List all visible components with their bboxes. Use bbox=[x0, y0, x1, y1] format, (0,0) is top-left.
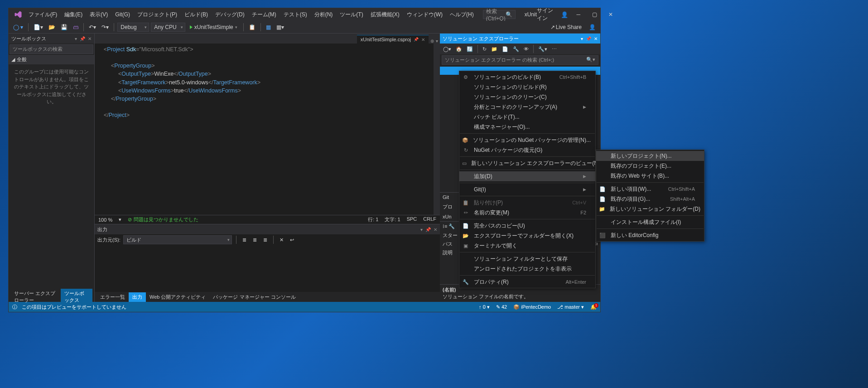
se-more-icon[interactable]: ⋯ bbox=[550, 45, 558, 53]
se-back-icon[interactable]: ◯▾ bbox=[442, 45, 453, 53]
new-file-button[interactable]: 📄▾ bbox=[32, 23, 45, 31]
status-edits[interactable]: ✎ 42 bbox=[496, 304, 507, 310]
toolbox-section-general[interactable]: ◢ 全般 bbox=[9, 55, 94, 64]
ctx-hide-unloaded[interactable]: アンロードされたプロジェクトを非表示 bbox=[459, 264, 595, 274]
se-sync-icon[interactable]: 🔄 bbox=[465, 45, 474, 53]
sub-new-item[interactable]: 📄新しい項目(W)...Ctrl+Shift+A bbox=[596, 184, 704, 194]
toolbar-icon-3[interactable]: ▦▾ bbox=[275, 23, 286, 31]
user-icon[interactable]: 👤 bbox=[561, 11, 568, 18]
menu-edit[interactable]: 編集(E) bbox=[61, 9, 86, 20]
feedback-icon[interactable]: 👤 bbox=[587, 23, 598, 31]
se-showall-icon[interactable]: 📄 bbox=[501, 45, 510, 53]
ctx-code-cleanup[interactable]: 分析とコードのクリーンアップ(A)▶ bbox=[459, 102, 595, 112]
window-minimize-button[interactable]: ─ bbox=[573, 8, 584, 21]
sub-existing-web[interactable]: 既存の Web サイト(B)... bbox=[596, 171, 704, 181]
se-home-icon[interactable]: 🏠 bbox=[454, 45, 463, 53]
menu-test[interactable]: テスト(S) bbox=[280, 9, 311, 20]
ctx-paste[interactable]: 📋貼り付け(P)Ctrl+V bbox=[459, 198, 595, 208]
ctx-properties[interactable]: 🔧プロパティ(R)Alt+Enter bbox=[459, 277, 595, 287]
close-icon[interactable]: ✕ bbox=[434, 227, 437, 232]
tab-pin-icon[interactable]: 📌 bbox=[414, 37, 419, 42]
output-source-combo[interactable]: ビルド bbox=[123, 235, 232, 244]
dropdown-icon[interactable]: ▾ bbox=[75, 36, 77, 41]
ctx-open-terminal[interactable]: ▣ターミナルで開く bbox=[459, 241, 595, 251]
ctx-config-mgr[interactable]: 構成マネージャー(O)... bbox=[459, 122, 595, 132]
liveshare-button[interactable]: ↗ Live Share bbox=[549, 23, 583, 31]
tab-output[interactable]: 出力 bbox=[129, 292, 146, 302]
menu-debug[interactable]: デバッグ(D) bbox=[212, 9, 248, 20]
output-btn1[interactable]: ≣ bbox=[241, 236, 248, 244]
tab-close-icon[interactable]: ✕ bbox=[421, 37, 425, 42]
toolbar-icon-2[interactable]: ▦ bbox=[264, 23, 273, 31]
output-clear-button[interactable]: ✕ bbox=[278, 236, 285, 244]
menu-git[interactable]: Git(G) bbox=[111, 10, 134, 19]
toolbar-icon-1[interactable]: 📋 bbox=[247, 23, 257, 31]
window-close-button[interactable]: ✕ bbox=[605, 8, 617, 21]
se-wrench-icon[interactable]: 🔧▾ bbox=[537, 45, 549, 53]
code-editor[interactable]: <Project Sdk="Microsoft.NET.Sdk"> <Prope… bbox=[95, 44, 440, 215]
sub-existing-project[interactable]: 既存のプロジェクト(E)... bbox=[596, 161, 704, 171]
close-icon[interactable]: ✕ bbox=[594, 36, 598, 41]
menu-analyze[interactable]: 分析(N) bbox=[311, 9, 337, 20]
sub-new-project[interactable]: 新しいプロジェクト(N)... bbox=[596, 151, 704, 161]
solution-explorer-search[interactable]: ソリューション エクスプローラー の検索 (Ctrl+;) 🔍▾ bbox=[442, 55, 598, 65]
sub-existing-item[interactable]: 📄既存の項目(G)...Shift+Alt+A bbox=[596, 194, 704, 204]
ctx-save-filter[interactable]: ソリューション フィルターとして保存 bbox=[459, 254, 595, 264]
tab-dropdown-icon[interactable]: ▾ bbox=[436, 39, 438, 44]
configuration-combo[interactable]: Debug bbox=[117, 23, 149, 32]
output-btn2[interactable]: ≣ bbox=[251, 236, 259, 244]
menu-help[interactable]: ヘルプ(H) bbox=[446, 9, 477, 20]
se-properties-icon[interactable]: 🔧 bbox=[511, 45, 521, 53]
platform-combo[interactable]: Any CPU bbox=[151, 23, 185, 32]
tab-error-list[interactable]: エラー一覧 bbox=[96, 292, 129, 302]
output-wrap-button[interactable]: ↩ bbox=[288, 236, 296, 244]
pin-icon[interactable]: 📌 bbox=[80, 36, 85, 41]
menu-file[interactable]: ファイル(F) bbox=[25, 9, 61, 20]
indent-mode[interactable]: SPC bbox=[407, 216, 417, 223]
menu-extensions[interactable]: 拡張機能(X) bbox=[367, 9, 403, 20]
tab-toolbox[interactable]: ツールボックス bbox=[61, 289, 92, 305]
ctx-git[interactable]: Git(I)▶ bbox=[459, 184, 595, 194]
se-collapse-icon[interactable]: 📁 bbox=[490, 45, 499, 53]
menu-build[interactable]: ビルド(B) bbox=[181, 9, 212, 20]
menu-tools[interactable]: ツール(T) bbox=[336, 9, 366, 20]
document-tab[interactable]: xUnitTestSimple.csproj 📌 ✕ bbox=[357, 35, 429, 44]
se-preview-icon[interactable]: 👁 bbox=[522, 45, 530, 53]
undo-button[interactable]: ↶▾ bbox=[87, 23, 98, 31]
nav-back-button[interactable]: ◯ ▾ bbox=[11, 23, 25, 31]
dropdown-icon[interactable]: ▾ bbox=[581, 36, 583, 41]
start-debug-button[interactable]: xUnitTestSimple ▾ bbox=[187, 24, 240, 31]
problems-status[interactable]: ⊘問題は見つかりませんでした bbox=[128, 216, 198, 223]
save-all-button[interactable]: 🗃 bbox=[71, 23, 80, 31]
signin-link[interactable]: サインイン bbox=[537, 7, 556, 22]
window-maximize-button[interactable]: ▢ bbox=[589, 8, 601, 21]
ctx-nuget-restore[interactable]: ↻NuGet パッケージの復元(G) bbox=[459, 145, 595, 155]
tab-server-explorer[interactable]: サーバー エクスプローラー bbox=[10, 289, 61, 305]
sub-new-editorconfig[interactable]: ⬛新しい EditorConfig bbox=[596, 230, 704, 240]
output-text[interactable] bbox=[95, 245, 440, 292]
ctx-open-folder[interactable]: 📂エクスプローラーでフォルダーを開く(X) bbox=[459, 231, 595, 241]
ctx-rename[interactable]: ✏名前の変更(M)F2 bbox=[459, 208, 595, 218]
ctx-copy-path[interactable]: 📄完全パスのコピー(U) bbox=[459, 221, 595, 231]
close-icon[interactable]: ✕ bbox=[88, 36, 92, 41]
ctx-add[interactable]: 追加(D)▶ bbox=[459, 171, 595, 181]
notifications-icon[interactable]: 🔔1 bbox=[590, 304, 597, 310]
menu-team[interactable]: チーム(M) bbox=[248, 9, 280, 20]
zoom-level[interactable]: 100 % bbox=[98, 217, 112, 223]
menu-window[interactable]: ウィンドウ(W) bbox=[403, 9, 446, 20]
tab-pkg-mgr-console[interactable]: パッケージ マネージャー コンソール bbox=[209, 292, 299, 302]
se-refresh-icon[interactable]: ↻ bbox=[481, 45, 488, 53]
open-button[interactable]: 📂 bbox=[47, 23, 57, 31]
sub-install-config[interactable]: インストール構成ファイル(I) bbox=[596, 217, 704, 227]
pin-icon[interactable]: 📌 bbox=[586, 36, 591, 41]
status-repo[interactable]: 📦 iPentecDemo bbox=[513, 304, 551, 310]
status-branch[interactable]: ⎇ master ▾ bbox=[557, 304, 584, 310]
ctx-build-solution[interactable]: ⚙ソリューションのビルド(B)Ctrl+Shift+B bbox=[459, 72, 595, 82]
tab-web-publish[interactable]: Web 公開アクティビティ bbox=[146, 292, 209, 302]
ctx-clean-solution[interactable]: ソリューションのクリーン(C) bbox=[459, 92, 595, 102]
tab-overflow-icon[interactable]: ⊕ bbox=[430, 39, 434, 44]
ctx-new-se-view[interactable]: ▭新しいソリューション エクスプローラーのビュー(N) bbox=[459, 158, 595, 168]
output-btn3[interactable]: ≣ bbox=[261, 236, 269, 244]
menu-view[interactable]: 表示(V) bbox=[86, 9, 111, 20]
pin-icon[interactable]: 📌 bbox=[425, 227, 431, 232]
